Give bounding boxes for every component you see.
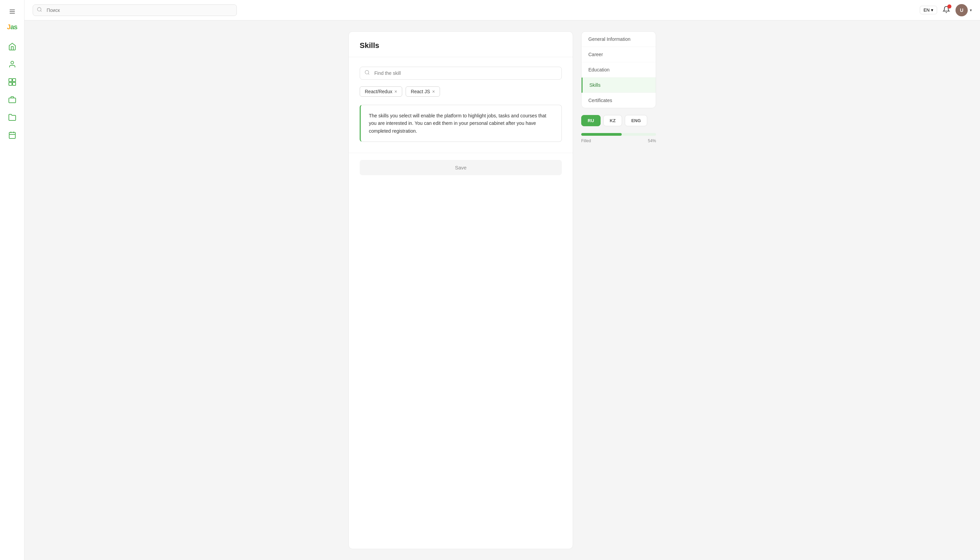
skill-search-input[interactable] [360, 67, 562, 80]
svg-point-15 [365, 70, 369, 74]
search-input[interactable] [33, 4, 237, 16]
svg-rect-8 [9, 98, 16, 103]
skill-tag-remove-react-redux[interactable]: × [394, 89, 397, 94]
svg-rect-7 [13, 82, 16, 85]
sidebar-item-puzzle[interactable] [5, 75, 20, 90]
svg-line-14 [40, 10, 42, 12]
info-box: The skills you select will enable the pl… [360, 105, 562, 142]
nav-item-general-info[interactable]: General Information [582, 32, 656, 47]
progress-bar-wrap [581, 133, 656, 136]
language-switcher[interactable]: EN ▾ [920, 6, 937, 14]
notifications-bell[interactable] [943, 6, 950, 15]
nav-item-label: Career [588, 52, 603, 57]
header: EN ▾ U ▾ [25, 0, 980, 20]
notification-badge [947, 4, 952, 8]
search-icon [37, 7, 42, 13]
nav-item-label: General Information [588, 37, 630, 42]
page-title: Skills [360, 41, 562, 50]
svg-point-3 [11, 61, 13, 64]
svg-rect-4 [9, 78, 12, 82]
svg-rect-9 [9, 132, 15, 138]
nav-item-label: Skills [589, 82, 601, 88]
nav-item-label: Certificates [588, 98, 612, 103]
profile-nav-card: General Information Career Education Ski… [581, 31, 656, 108]
lang-btn-kz[interactable]: KZ [603, 115, 622, 126]
right-panel: General Information Career Education Ski… [581, 31, 656, 549]
info-text: The skills you select will enable the pl… [369, 112, 553, 135]
save-button[interactable]: Save [360, 160, 562, 175]
hamburger-menu[interactable] [6, 5, 18, 18]
skill-search [360, 67, 562, 80]
progress-percent: 54% [648, 138, 656, 143]
progress-section: Filled 54% [581, 133, 656, 143]
card-header: Skills [349, 32, 573, 57]
skill-tag-remove-react-js[interactable]: × [432, 89, 435, 94]
card-body: React/Redux × React JS × The skills you … [349, 57, 573, 153]
main-wrapper: EN ▾ U ▾ Skills [25, 0, 980, 560]
search-bar [33, 4, 237, 16]
skill-tag-label: React JS [411, 89, 430, 94]
progress-filled-label: Filled [581, 138, 591, 143]
lang-btn-ru[interactable]: RU [581, 115, 601, 126]
nav-item-skills[interactable]: Skills [582, 78, 656, 93]
svg-line-16 [368, 73, 369, 75]
sidebar-item-home[interactable] [5, 39, 20, 54]
progress-labels: Filled 54% [581, 138, 656, 143]
progress-bar-fill [581, 133, 622, 136]
nav-item-career[interactable]: Career [582, 47, 656, 62]
sidebar-item-profile[interactable] [5, 57, 20, 72]
content-area: Skills React/Redux × Reac [25, 20, 980, 560]
user-avatar-wrap[interactable]: U ▾ [955, 4, 972, 16]
header-right: EN ▾ U ▾ [920, 4, 972, 16]
nav-item-education[interactable]: Education [582, 62, 656, 78]
save-button-wrap: Save [349, 153, 573, 182]
sidebar-item-calendar[interactable] [5, 128, 20, 143]
sidebar-item-folder[interactable] [5, 110, 20, 125]
lang-label: EN [923, 7, 930, 13]
logo[interactable]: Jas [7, 23, 17, 31]
skills-card: Skills React/Redux × Reac [348, 31, 573, 549]
avatar: U [955, 4, 968, 16]
nav-item-label: Education [588, 67, 610, 72]
sidebar-item-briefcase[interactable] [5, 92, 20, 107]
svg-point-13 [37, 7, 41, 11]
lang-btn-eng[interactable]: ENG [625, 115, 647, 126]
nav-item-certificates[interactable]: Certificates [582, 93, 656, 108]
sidebar: Jas [0, 0, 25, 560]
skill-tag-react-redux[interactable]: React/Redux × [360, 87, 402, 97]
avatar-chevron-icon: ▾ [970, 8, 972, 13]
lang-chevron-icon: ▾ [931, 7, 933, 13]
svg-rect-5 [13, 78, 16, 82]
skill-tags: React/Redux × React JS × [360, 87, 562, 97]
skill-tag-react-js[interactable]: React JS × [406, 87, 440, 97]
svg-rect-6 [9, 82, 12, 85]
skill-tag-label: React/Redux [365, 89, 392, 94]
profile-lang-buttons: RU KZ ENG [581, 115, 656, 126]
skill-search-icon [365, 70, 370, 77]
